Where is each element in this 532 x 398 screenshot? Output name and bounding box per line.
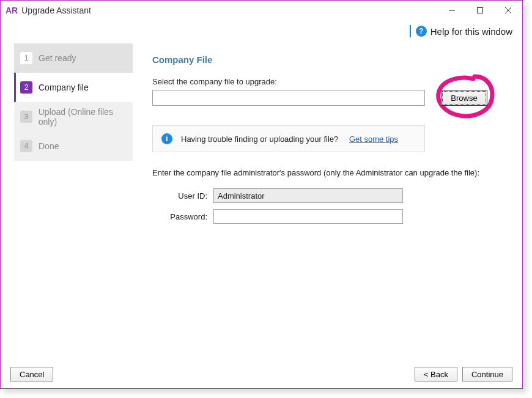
- svg-rect-1: [478, 8, 483, 13]
- step-done[interactable]: 4 Done: [14, 131, 133, 161]
- step-company-file[interactable]: 2 Company file: [14, 73, 133, 102]
- info-icon: i: [161, 133, 172, 144]
- close-button[interactable]: [494, 1, 522, 20]
- upgrade-assistant-window: AR Upgrade Assistant ? Help for this win…: [0, 0, 523, 389]
- cancel-button[interactable]: Cancel: [10, 367, 53, 381]
- help-row: ? Help for this window: [1, 20, 522, 42]
- info-text: Having trouble finding or uploading your…: [181, 135, 338, 144]
- password-instruction: Enter the company file administrator's p…: [152, 168, 504, 177]
- footer: Cancel < Back Continue: [1, 360, 522, 388]
- company-file-input[interactable]: [152, 90, 425, 106]
- window-controls: [438, 1, 522, 20]
- step-number: 4: [20, 140, 32, 152]
- window-title: Upgrade Assistant: [21, 6, 91, 15]
- password-field[interactable]: [213, 209, 403, 224]
- maximize-button[interactable]: [466, 1, 494, 20]
- step-label: Company file: [39, 83, 89, 92]
- browse-button[interactable]: Browse: [441, 90, 487, 106]
- step-label: Upload (Online files only): [39, 107, 133, 127]
- step-number: 3: [20, 111, 32, 123]
- back-button[interactable]: < Back: [415, 367, 457, 381]
- step-get-ready[interactable]: 1 Get ready: [14, 43, 133, 73]
- content-area: Company File Select the company file to …: [133, 43, 522, 360]
- help-link[interactable]: Help for this window: [430, 26, 512, 37]
- titlebar: AR Upgrade Assistant: [1, 1, 522, 20]
- step-label: Get ready: [39, 53, 76, 63]
- wizard-sidebar: 1 Get ready 2 Company file 3 Upload (Onl…: [1, 43, 133, 360]
- user-id-label: User ID:: [152, 191, 207, 201]
- select-file-label: Select the company file to upgrade:: [152, 77, 504, 86]
- user-id-field: [213, 188, 403, 203]
- step-number: 1: [20, 52, 32, 64]
- password-label: Password:: [152, 212, 207, 221]
- minimize-button[interactable]: [438, 1, 466, 20]
- info-box: i Having trouble finding or uploading yo…: [152, 125, 425, 152]
- step-upload[interactable]: 3 Upload (Online files only): [14, 102, 133, 131]
- app-logo: AR: [6, 6, 18, 15]
- help-icon[interactable]: ?: [416, 26, 427, 37]
- help-separator: [410, 25, 411, 37]
- get-tips-link[interactable]: Get some tips: [349, 135, 398, 144]
- continue-button[interactable]: Continue: [462, 367, 512, 381]
- page-title: Company File: [152, 54, 504, 65]
- step-label: Done: [39, 141, 59, 151]
- step-number: 2: [20, 81, 32, 94]
